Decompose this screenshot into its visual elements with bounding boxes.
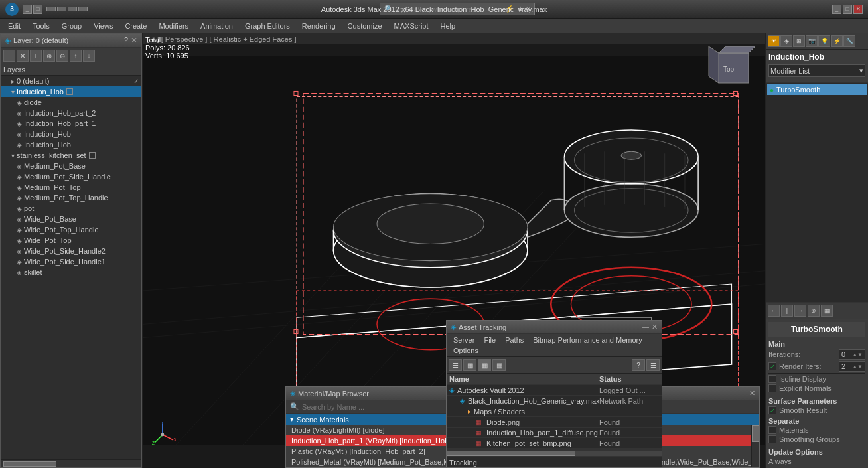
mat-scroll-thumb[interactable] (752, 425, 759, 442)
layer-item[interactable]: ◈ Wide_Pot_Side_Handle2 (1, 246, 141, 256)
ts-render-iters-spinner[interactable]: ▲▼ (852, 364, 863, 370)
at-menu-paths[interactable]: Paths (501, 335, 528, 345)
viewport-area[interactable]: [ + ] [ Perspective ] [ Realistic + Edge… (143, 33, 765, 468)
layer-tb-delete[interactable]: ✕ (17, 50, 29, 62)
asset-row-vault[interactable]: ◈ Autodesk Vault 2012 Logged Out ... (447, 385, 662, 396)
layer-item[interactable]: ▾ stainless_kitchen_set (1, 150, 141, 161)
layer-tb-move-up[interactable]: ↑ (70, 50, 82, 62)
layer-item[interactable]: ◈ Wide_Pot_Top (1, 235, 141, 246)
rp-btn-6[interactable]: ⚡ (831, 35, 843, 47)
layer-tb-move-down[interactable]: ↓ (83, 50, 95, 62)
ts-render-iters-input[interactable]: 2 ▲▼ (839, 361, 865, 372)
menu-create[interactable]: Create (119, 21, 152, 31)
menu-modifiers[interactable]: Modifiers (153, 21, 194, 31)
menu-animation[interactable]: Animation (195, 21, 238, 31)
at-btn-menu[interactable]: ☰ (646, 359, 660, 371)
layer-scrollbar-h[interactable] (1, 459, 141, 467)
layer-tb-collapse[interactable]: ⊖ (56, 50, 68, 62)
layer-item[interactable]: ◈ Induction_Hob_part_1 (1, 118, 141, 129)
ts-materials-check[interactable] (768, 426, 776, 434)
at-close-btn[interactable]: ✕ (652, 323, 658, 331)
asset-row-diode[interactable]: ▦ Diode.png Found (447, 417, 662, 428)
at-menu-options[interactable]: Options (449, 346, 482, 355)
at-menu-file[interactable]: File (480, 335, 500, 345)
menu-maxscript[interactable]: MAXScript (389, 21, 434, 31)
main-minimize-btn[interactable]: _ (832, 5, 841, 14)
layer-item[interactable]: ◈ Medium_Pot_Side_Handle (1, 171, 141, 182)
layer-item[interactable]: ◈ diode (1, 97, 141, 108)
nav-cube[interactable]: Top (705, 40, 759, 93)
mod-nav-2[interactable]: | (781, 305, 793, 317)
layer-help-btn[interactable]: ? (124, 36, 128, 45)
layer-item[interactable]: ◈ Induction_Hob (1, 139, 141, 150)
win-btn-small[interactable]: _ (23, 5, 32, 14)
layer-item[interactable]: ◈ Induction_Hob_part_2 (1, 108, 141, 118)
menu-help[interactable]: Help (435, 21, 461, 31)
mat-search-input[interactable] (302, 403, 468, 411)
rp-btn-4[interactable]: 📷 (806, 35, 818, 47)
menu-views[interactable]: Views (88, 21, 118, 31)
rp-btn-3[interactable]: ⊞ (793, 35, 805, 47)
menu-customize[interactable]: Customize (342, 21, 388, 31)
mat-scrollbar-v[interactable] (751, 425, 759, 467)
layer-item[interactable]: ◈ Wide_Pot_Base (1, 214, 141, 224)
at-btn-grid2[interactable]: ▦ (478, 359, 491, 371)
modifier-list-select[interactable]: Modifier List ▾ (768, 64, 865, 77)
layer-item[interactable]: ◈ pot (1, 203, 141, 214)
layer-item[interactable]: ◈ Wide_Pot_Top_Handle (1, 224, 141, 235)
layer-tb-menu[interactable]: ☰ (3, 50, 15, 62)
layer-item-selected[interactable]: ▾ Induction_Hob (1, 86, 141, 97)
asset-row-induction-diffuse[interactable]: ▦ Induction_Hob_part_1_diffuse.png Found (447, 428, 662, 438)
rp-btn-5[interactable]: 💡 (818, 35, 830, 47)
layer-tb-expand[interactable]: ⊕ (43, 50, 55, 62)
menu-tools[interactable]: Tools (27, 21, 55, 31)
ts-iterations-input[interactable]: 0 ▲▼ (839, 349, 865, 360)
layer-list[interactable]: ▸ 0 (default) ✓ ▾ Induction_Hob ◈ diode (1, 76, 141, 459)
layer-scroll-thumb[interactable] (3, 461, 56, 467)
win-btn-restore[interactable]: □ (33, 5, 42, 14)
ts-smoothing-check[interactable] (768, 435, 776, 443)
at-scroll-thumb[interactable] (447, 451, 575, 456)
rp-btn-2[interactable]: ◈ (780, 35, 792, 47)
menu-group[interactable]: Group (56, 21, 88, 31)
asset-row-file[interactable]: ◈ Black_Induction_Hob_Generic_vray.max N… (447, 396, 662, 406)
layer-close-btn[interactable]: ✕ (131, 36, 137, 45)
layer-item[interactable]: ◈ skillet (1, 267, 141, 277)
mod-nav-4[interactable]: ⊕ (808, 305, 820, 317)
main-maximize-btn[interactable]: □ (843, 5, 852, 14)
layer-item[interactable]: ◈ Medium_Pot_Top_Handle (1, 193, 141, 203)
mod-nav-5[interactable]: ▦ (821, 305, 833, 317)
layer-item[interactable]: ▸ 0 (default) ✓ (1, 76, 141, 86)
menu-edit[interactable]: Edit (3, 21, 26, 31)
at-btn-grid[interactable]: ▦ (463, 359, 476, 371)
asset-row-maps[interactable]: ▸ Maps / Shaders (447, 406, 662, 417)
layer-item[interactable]: ◈ Induction_Hob (1, 129, 141, 139)
mat-close-btn[interactable]: ✕ (749, 389, 755, 398)
ts-render-iters-check[interactable]: ✓ (768, 362, 776, 370)
at-btn-list[interactable]: ☰ (449, 359, 462, 371)
asset-scrollbar-h[interactable] (447, 449, 662, 457)
ts-explicit-check[interactable] (768, 384, 776, 392)
mod-nav-1[interactable]: ← (768, 305, 780, 317)
modifier-entry-turbosmooth[interactable]: ● TurboSmooth (767, 84, 867, 95)
ts-isoline-check[interactable] (768, 375, 776, 383)
asset-row-kitchen[interactable]: ▦ Kitchen_pot_set_bmp.png Found (447, 438, 662, 449)
rp-btn-7[interactable]: 🔧 (843, 35, 855, 47)
at-menu-server[interactable]: Server (449, 335, 478, 345)
at-minimize-btn[interactable]: — (642, 323, 649, 331)
win-btn-4[interactable] (78, 7, 88, 11)
win-btn-1[interactable] (46, 7, 56, 11)
at-menu-bitmap[interactable]: Bitmap Performance and Memory (529, 335, 646, 345)
main-close-btn[interactable]: ✕ (853, 5, 863, 14)
layer-item[interactable]: ◈ Medium_Pot_Base (1, 161, 141, 171)
layer-tb-add[interactable]: + (30, 50, 42, 62)
ts-smooth-check[interactable]: ✓ (768, 406, 776, 414)
rp-btn-1[interactable]: ☀ (768, 35, 780, 47)
menu-graph-editors[interactable]: Graph Editors (240, 21, 295, 31)
ts-iterations-spinner[interactable]: ▲▼ (852, 352, 863, 358)
win-btn-2[interactable] (57, 7, 66, 11)
mod-nav-3[interactable]: → (794, 305, 806, 317)
at-btn-help[interactable]: ? (632, 359, 645, 371)
layer-item[interactable]: ◈ Wide_Pot_Side_Handle1 (1, 256, 141, 267)
at-btn-detail[interactable]: ▦ (492, 359, 506, 371)
